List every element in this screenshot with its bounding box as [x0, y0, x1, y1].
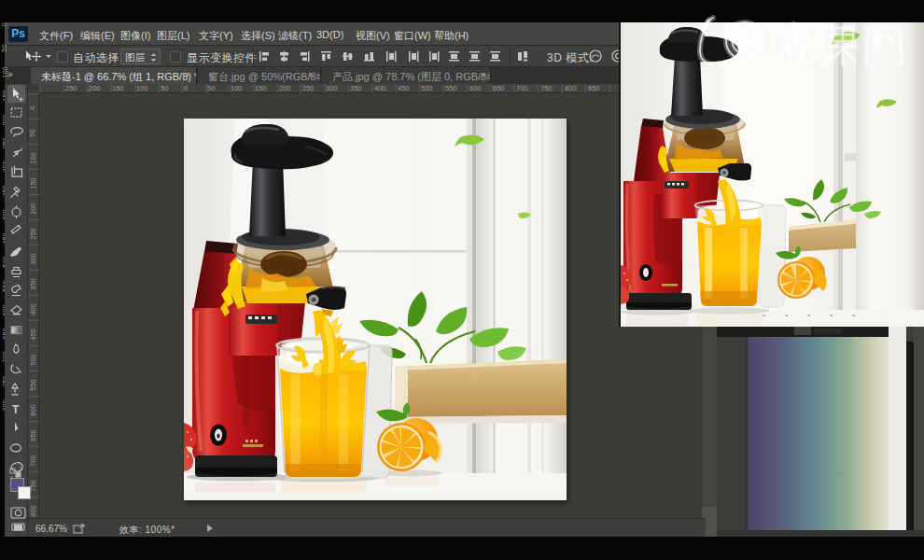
svg-text:T: T — [12, 403, 20, 416]
